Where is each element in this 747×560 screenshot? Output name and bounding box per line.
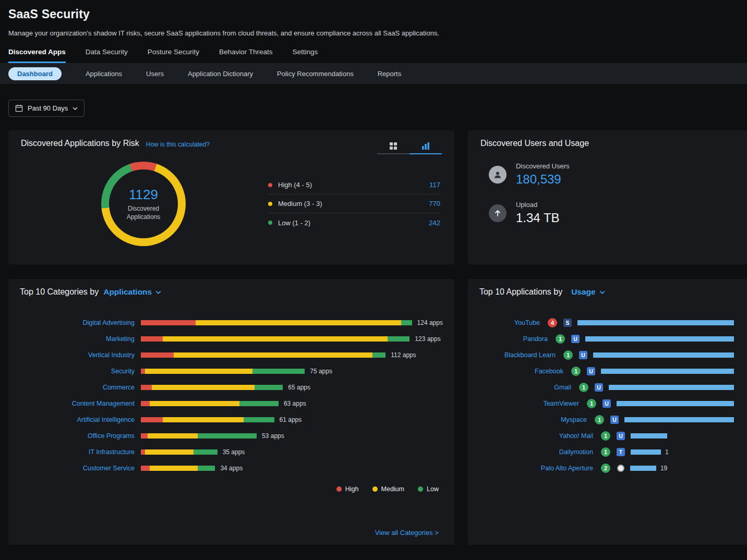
legend-label: High (4 - 5) [278,181,312,189]
upload-icon [489,204,507,222]
bar-segment-low [252,369,305,374]
application-row: TeamViewer 1 U [479,395,738,411]
users-stat-value[interactable]: 180,539 [516,172,570,187]
secondary-nav-item[interactable]: Dashboard [8,67,62,80]
category-link[interactable]: Security [20,368,141,375]
application-row: Gmail 1 U [479,379,738,395]
category-bar [141,336,409,342]
secondary-nav-item[interactable]: Applications [86,70,122,78]
legend-value[interactable]: 242 [429,219,440,227]
category-bar [141,466,215,471]
date-range-filter[interactable]: Past 90 Days [8,100,85,117]
severity-dot [372,486,378,492]
category-link[interactable]: Commerce [20,384,141,391]
chart-view-toggle[interactable] [409,139,442,154]
primary-tabs: Discovered AppsData SecurityPosture Secu… [8,48,739,63]
category-link[interactable]: Artificial Intelligence [20,416,141,423]
legend-value[interactable]: 117 [429,181,440,189]
risk-score-badge: 1 [601,447,610,457]
categories-by-selector[interactable]: Applications [103,287,161,297]
chevron-down-icon [73,107,78,110]
category-row: Marketing 123 apps [20,331,443,347]
bar-value-label: 61 apps [280,416,302,423]
risk-score-badge: 1 [579,383,588,392]
app-tag: U [595,383,603,392]
app-link[interactable]: Facebook [479,368,563,375]
bar-segment-medium [145,449,193,455]
usage-bar [617,401,734,406]
secondary-nav-item[interactable]: Application Dictionary [188,70,253,78]
category-link[interactable]: Customer Service [20,465,141,472]
upload-stat-value: 1.34 TB [516,211,560,225]
bar-segment-medium [163,336,388,342]
bar-segment-medium [150,466,198,471]
secondary-nav-item[interactable]: Policy Recommendations [277,70,354,78]
app-link[interactable]: Palo Alto Aperture [479,465,593,472]
category-link[interactable]: IT Infrastructure [20,448,141,456]
how-calculated-link[interactable]: How is this calculated? [146,141,210,148]
category-link[interactable]: Vertical Industry [20,351,141,359]
application-row: Yahoo! Mail 1 U [479,428,738,444]
severity-label: High [345,485,359,493]
usage-bar [577,320,734,325]
legend-dot [268,221,272,225]
application-row: Myspace 1 U [479,411,738,428]
chevron-down-icon [599,290,605,294]
usage-bar [631,449,661,455]
risk-legend-row: High (4 - 5) 117 [268,176,440,194]
severity-legend-item: Medium [372,485,404,493]
app-tag: U [579,351,587,359]
category-bar [141,352,385,358]
grid-icon [389,142,397,150]
primary-tab[interactable]: Data Security [86,48,128,63]
bar-segment-high [141,449,145,455]
usage-bar [593,352,734,358]
bar-segment-medium [150,401,239,406]
app-link[interactable]: Myspace [479,416,587,423]
apps-by-selector[interactable]: Usage [571,287,605,297]
bar-segment-low [198,466,215,471]
primary-tab[interactable]: Discovered Apps [8,48,66,63]
app-link[interactable]: Blackboard Learn [479,351,556,359]
risk-donut-chart: 1129 Discovered Applications [101,162,186,246]
bar-value-label: 124 apps [417,319,443,326]
usage-bar [609,385,734,390]
category-link[interactable]: Digital Advertising [20,319,141,326]
primary-tab[interactable]: Behavior Threats [219,48,273,63]
app-tag [617,465,624,472]
app-link[interactable]: Dailymotion [479,448,593,456]
category-link[interactable]: Marketing [20,335,141,343]
apps-card-title: Top 10 Applications by [479,287,562,297]
view-toggles [377,139,442,154]
category-link[interactable]: Office Programs [20,432,141,440]
categories-card-title: Top 10 Categories by [20,287,99,297]
category-bar [141,369,305,374]
category-row: IT Infrastructure 35 apps [20,444,443,460]
secondary-nav-item[interactable]: Reports [378,70,402,78]
view-all-categories-link[interactable]: View all Categories > [375,529,439,537]
usage-bar [631,433,667,439]
app-link[interactable]: YouTube [479,319,540,326]
bar-segment-low [388,336,409,342]
application-row: Facebook 1 U [479,363,738,379]
app-link[interactable]: Yahoo! Mail [479,432,593,440]
usage-value-label: 1 [665,448,669,456]
risk-score-badge: 1 [556,334,565,344]
app-link[interactable]: Pandora [479,335,548,343]
bar-segment-low [255,385,283,390]
secondary-nav-item[interactable]: Users [146,70,164,78]
risk-score-badge: 2 [601,464,610,473]
app-link[interactable]: TeamViewer [479,400,579,407]
bar-segment-high [141,433,148,439]
app-link[interactable]: Gmail [479,384,571,391]
category-bar [141,385,283,390]
primary-tab[interactable]: Posture Security [148,48,199,63]
bar-value-label: 35 apps [223,448,245,456]
severity-label: Medium [381,485,404,493]
bar-value-label: 75 apps [310,368,332,375]
primary-tab[interactable]: Settings [292,48,318,63]
legend-value[interactable]: 770 [429,200,440,208]
risk-score-badge: 4 [548,318,557,327]
grid-view-toggle[interactable] [377,139,409,154]
category-link[interactable]: Content Management [20,400,141,407]
